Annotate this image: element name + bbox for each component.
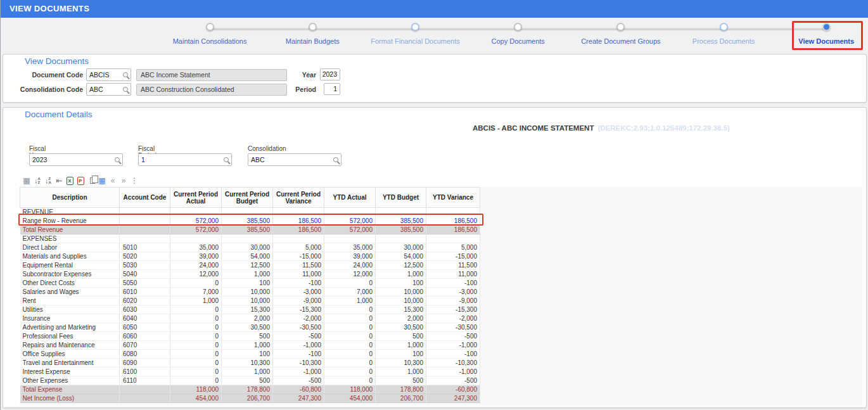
cell-value: 15,300 xyxy=(376,305,426,314)
stepper-step-format-financial-documents[interactable]: Format Financial Documents xyxy=(364,20,466,45)
column-header-ytd-actual[interactable]: YTD Actual xyxy=(324,188,376,208)
grid-filter-icon[interactable]: ▦ xyxy=(22,176,32,186)
document-code-input[interactable]: ABCIS xyxy=(86,68,131,81)
table-row-other-expenses[interactable]: Other Expenses61100500-5000500-500 xyxy=(20,376,480,385)
cell-value: 11,000 xyxy=(273,270,324,279)
table-row-revenue[interactable]: REVENUE xyxy=(20,208,480,217)
cell-account-code: 6060 xyxy=(120,332,170,341)
filter-input-consolidation[interactable]: ABC xyxy=(248,153,341,166)
table-row-subcontractor-expenses[interactable]: Subcontractor Expenses504012,0001,00011,… xyxy=(20,270,480,279)
table-row-expenses[interactable]: EXPENSES xyxy=(20,234,480,243)
section-title-document-details: Document Details xyxy=(25,110,93,119)
sort-ascending-icon[interactable]: ↓AZ xyxy=(32,176,42,186)
table-row-professional-fees[interactable]: Professional Fees60600500-5000500-500 xyxy=(20,332,480,341)
filter-input-fiscal-year[interactable]: 2023 xyxy=(29,153,123,166)
table-row-net-income-loss-[interactable]: Net Income (Loss)454,000206,700247,30045… xyxy=(20,394,480,403)
export-pdf-icon[interactable]: P xyxy=(75,176,86,186)
column-header-account-code[interactable]: Account Code xyxy=(120,188,170,208)
cell-value: 1,000 xyxy=(376,341,426,350)
cell-value: 5,000 xyxy=(273,243,324,252)
table-row-utilities[interactable]: Utilities6030015,300-15,300015,300-15,30… xyxy=(20,305,480,314)
year-input[interactable]: 2023 xyxy=(320,68,340,80)
report-title-text: ABCIS - ABC INCOME STATEMENT xyxy=(473,124,594,132)
document-description-field: ABC Income Statement xyxy=(136,69,287,81)
search-icon[interactable] xyxy=(115,157,120,162)
table-row-equipment-rental[interactable]: Equipment Rental503024,00012,50011,50024… xyxy=(20,261,480,270)
search-icon[interactable] xyxy=(333,157,338,162)
cell-value: 10,000 xyxy=(222,297,273,305)
table-row-office-supplies[interactable]: Office Supplies60800100-1000100-100 xyxy=(20,350,480,359)
cell-value: 454,000 xyxy=(170,394,222,403)
step-label: Maintain Budgets xyxy=(261,37,364,45)
stepper-step-copy-documents[interactable]: Copy Documents xyxy=(467,20,570,45)
column-header-current-period-budget[interactable]: Current Period Budget xyxy=(222,188,273,208)
cell-account-code: 6020 xyxy=(120,297,170,305)
consolidation-code-input[interactable]: ABC xyxy=(86,83,131,96)
cell-value: 0 xyxy=(324,332,376,341)
cell-value: 100 xyxy=(222,279,273,288)
table-row-salaries-and-wages[interactable]: Salaries and Wages60107,00010,000-3,0007… xyxy=(20,288,480,297)
cell-value xyxy=(273,234,324,243)
collapse-columns-icon[interactable]: « xyxy=(108,176,118,186)
view-documents-panel: View Documents Document Code ABCIS ABC I… xyxy=(3,54,867,103)
column-header-description[interactable]: Description xyxy=(20,188,120,208)
cell-description: REVENUE xyxy=(20,208,120,217)
cell-account-code: 5050 xyxy=(120,279,170,288)
stepper-step-create-document-groups[interactable]: Create Document Groups xyxy=(570,20,672,45)
table-row-advertising-and-marketing[interactable]: Advertising and Marketing6050030,500-30,… xyxy=(20,323,480,332)
column-header-current-period-variance[interactable]: Current Period Variance xyxy=(273,188,324,208)
cell-account-code xyxy=(120,234,170,243)
table-row-total-revenue[interactable]: Total Revenue572,000385,500186,500572,00… xyxy=(20,226,480,234)
table-row-repairs-and-maintenance[interactable]: Repairs and Maintenance607001,000-1,0000… xyxy=(20,341,480,350)
copy-icon[interactable] xyxy=(86,176,96,186)
cell-value: 5,000 xyxy=(426,243,480,252)
cell-value: 178,800 xyxy=(222,385,273,394)
period-input[interactable]: 1 xyxy=(324,83,340,95)
cell-description: Other Expenses xyxy=(20,376,120,385)
cell-value: 0 xyxy=(324,305,376,314)
grid-view-icon[interactable]: ▦ xyxy=(97,176,107,186)
cell-value: -30,500 xyxy=(273,323,324,332)
stepper-step-maintain-consolidations[interactable]: Maintain Consolidations xyxy=(158,20,261,45)
column-header-ytd-variance[interactable]: YTD Variance xyxy=(426,188,480,208)
expand-columns-icon[interactable]: » xyxy=(118,176,129,186)
table-row-direct-labor[interactable]: Direct Labor501035,00030,0005,00035,0003… xyxy=(20,243,480,252)
cell-description: Materials and Supplies xyxy=(20,252,120,261)
cell-value: 0 xyxy=(324,314,376,323)
table-row-rent[interactable]: Rent60201,00010,000-9,0001,00010,000-9,0… xyxy=(20,297,480,305)
table-row-materials-and-supplies[interactable]: Materials and Supplies502039,00054,000-1… xyxy=(20,252,480,261)
table-row-total-expense[interactable]: Total Expense118,000178,800-60,800118,00… xyxy=(20,385,480,394)
stepper-step-maintain-budgets[interactable]: Maintain Budgets xyxy=(261,20,364,45)
fit-columns-icon[interactable]: ⇤ xyxy=(54,176,64,186)
cell-value: 1,000 xyxy=(222,341,273,350)
cell-value: 100 xyxy=(376,350,426,359)
stepper-step-process-documents[interactable]: Process Documents xyxy=(672,20,775,45)
cell-description: Range Row - Revenue xyxy=(20,217,120,226)
search-icon[interactable] xyxy=(123,87,128,92)
table-row-travel-and-entertainment[interactable]: Travel and Entertainment6090010,300-10,3… xyxy=(20,359,480,368)
column-header-ytd-budget[interactable]: YTD Budget xyxy=(376,188,426,208)
stepper-step-view-documents[interactable]: View Documents xyxy=(775,20,868,45)
column-header-current-period-actual[interactable]: Current Period Actual xyxy=(170,188,222,208)
cell-value: 12,000 xyxy=(324,270,376,279)
table-row-other-direct-costs[interactable]: Other Direct Costs50500100-1000100-100 xyxy=(20,279,480,288)
search-icon[interactable] xyxy=(224,157,229,162)
filter-value: 1 xyxy=(141,156,145,163)
cell-value: -500 xyxy=(426,332,480,341)
more-options-icon[interactable]: ⋮ xyxy=(129,176,139,186)
cell-value: 385,500 xyxy=(222,226,273,234)
export-excel-icon[interactable]: X xyxy=(65,176,75,186)
table-row-interest-expense[interactable]: Interest Expense610001,000-1,00001,000-1… xyxy=(20,368,480,376)
cell-description: Interest Expense xyxy=(20,368,120,376)
sort-descending-icon[interactable]: ↓ZA xyxy=(43,176,53,186)
search-icon[interactable] xyxy=(123,72,128,77)
cell-value: 1,000 xyxy=(222,368,273,376)
cell-value: 206,700 xyxy=(222,394,273,403)
filter-input-fiscal-period[interactable]: 1 xyxy=(138,153,232,166)
cell-description: Net Income (Loss) xyxy=(20,394,120,403)
cell-value: 10,300 xyxy=(222,359,273,368)
table-row-range-row-revenue[interactable]: Range Row - Revenue572,000385,500186,500… xyxy=(20,217,480,226)
cell-value: -3,000 xyxy=(273,288,324,297)
table-row-insurance[interactable]: Insurance604002,000-2,00002,000-2,000 xyxy=(20,314,480,323)
cell-value: 12,500 xyxy=(376,261,426,270)
